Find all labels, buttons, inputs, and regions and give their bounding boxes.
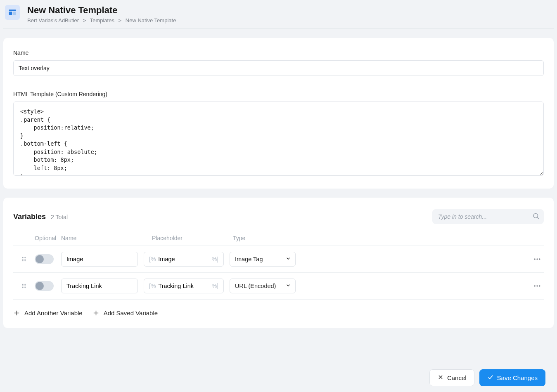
placeholder-cell[interactable]: [% %]: [144, 252, 224, 267]
col-placeholder: Placeholder: [144, 235, 230, 241]
breadcrumb-link-account[interactable]: Bert Varias's AdButler: [27, 17, 79, 24]
svg-point-16: [22, 286, 24, 287]
breadcrumb-current: New Native Template: [126, 17, 176, 24]
type-select[interactable]: URL (Encoded): [230, 279, 296, 293]
template-form-card: Name HTML Template (Custom Rendering): [3, 38, 554, 189]
chevron-down-icon: [285, 283, 291, 290]
placeholder-input[interactable]: [156, 279, 211, 293]
svg-point-17: [24, 286, 26, 287]
placeholder-close-bracket: %]: [211, 256, 219, 262]
name-label: Name: [13, 50, 544, 56]
col-optional: Optional: [35, 235, 61, 241]
svg-point-3: [533, 214, 538, 218]
variable-name-input[interactable]: [61, 252, 138, 267]
add-another-variable-button[interactable]: Add Another Variable: [13, 309, 83, 316]
search-icon: [532, 213, 540, 221]
variable-row: [% %] URL (Encoded): [13, 273, 544, 300]
svg-point-14: [22, 284, 24, 285]
placeholder-cell[interactable]: [% %]: [144, 279, 224, 293]
type-select-value: URL (Encoded): [235, 283, 276, 289]
svg-point-13: [539, 258, 540, 260]
add-saved-variable-button[interactable]: Add Saved Variable: [92, 309, 158, 316]
svg-point-15: [24, 284, 26, 285]
variables-title: Variables: [13, 213, 46, 221]
drag-handle-icon[interactable]: [13, 256, 35, 262]
svg-point-10: [24, 260, 26, 262]
add-another-label: Add Another Variable: [24, 309, 83, 316]
svg-rect-0: [9, 9, 16, 11]
row-menu-button[interactable]: [527, 255, 544, 263]
type-select-value: Image Tag: [235, 256, 263, 262]
plus-icon: [92, 309, 100, 316]
drag-handle-icon[interactable]: [13, 283, 35, 289]
variables-search-input[interactable]: [432, 209, 544, 224]
plus-icon: [13, 309, 20, 316]
svg-point-12: [536, 258, 538, 260]
col-type: Type: [230, 235, 296, 241]
svg-rect-1: [9, 12, 12, 15]
svg-point-20: [534, 285, 536, 286]
placeholder-open-bracket: [%: [148, 256, 156, 262]
html-template-textarea[interactable]: [13, 102, 544, 176]
placeholder-open-bracket: [%: [148, 283, 156, 289]
svg-line-4: [537, 217, 538, 219]
svg-point-8: [24, 259, 26, 260]
svg-point-6: [24, 257, 26, 258]
col-name: Name: [61, 235, 144, 241]
svg-point-21: [536, 285, 538, 286]
placeholder-input[interactable]: [156, 252, 211, 266]
svg-point-19: [24, 287, 26, 288]
svg-point-7: [22, 259, 24, 260]
breadcrumb: Bert Varias's AdButler > Templates > New…: [27, 17, 176, 24]
svg-point-9: [22, 260, 24, 262]
svg-point-22: [539, 285, 540, 286]
template-icon: [5, 5, 20, 20]
svg-point-5: [22, 257, 24, 258]
name-input[interactable]: [13, 60, 544, 76]
placeholder-close-bracket: %]: [211, 283, 219, 289]
svg-point-11: [534, 258, 536, 260]
svg-rect-2: [13, 12, 16, 15]
row-menu-button[interactable]: [527, 282, 544, 290]
html-label: HTML Template (Custom Rendering): [13, 91, 544, 97]
variables-count: 2 Total: [51, 214, 68, 220]
chevron-down-icon: [285, 256, 291, 263]
variables-column-headers: Optional Name Placeholder Type: [13, 231, 544, 246]
add-saved-label: Add Saved Variable: [104, 309, 158, 316]
svg-point-18: [22, 287, 24, 288]
breadcrumb-link-templates[interactable]: Templates: [90, 17, 114, 24]
type-select[interactable]: Image Tag: [230, 252, 296, 267]
variable-row: [% %] Image Tag: [13, 246, 544, 273]
page-header: New Native Template Bert Varias's AdButl…: [3, 3, 554, 29]
optional-toggle[interactable]: [35, 254, 54, 264]
optional-toggle[interactable]: [35, 281, 54, 291]
variables-card: Variables 2 Total Optional Name Placehol…: [3, 198, 554, 328]
page-title: New Native Template: [27, 5, 176, 16]
variable-name-input[interactable]: [61, 279, 138, 293]
